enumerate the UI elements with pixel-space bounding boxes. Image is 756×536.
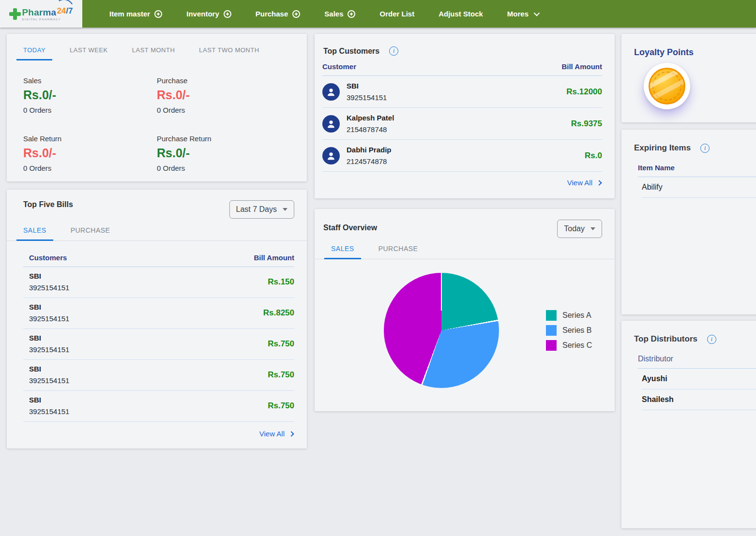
nav-item-adjust-stock[interactable]: Adjust Stock <box>438 10 483 18</box>
chevron-right-icon <box>596 180 602 185</box>
bill-row: SBI3925154151 Rs.8250 <box>23 298 294 329</box>
legend-swatch-series-b <box>546 325 557 336</box>
legend-swatch-series-c <box>546 340 557 351</box>
logo-brand-text: Pharma <box>22 8 56 17</box>
staff-tab-purchase[interactable]: PURCHASE <box>372 245 425 259</box>
logo-tagline: DIGITAL PHARMACY <box>22 18 73 21</box>
distributor-row: Ayushi <box>642 369 756 389</box>
plus-circle-icon <box>224 10 231 18</box>
metric-purchase: Purchase Rs.0/- 0 Orders <box>157 76 290 114</box>
plus-circle-icon <box>154 10 162 18</box>
bills-range-dropdown[interactable]: Last 7 Days <box>229 200 294 219</box>
nav-item-purchase[interactable]: Purchase <box>256 10 301 18</box>
staff-tab-sales[interactable]: SALES <box>324 245 361 259</box>
staff-range-dropdown[interactable]: Today <box>557 220 602 238</box>
top-customers-card: Top Customers i Customer Bill Amount SBI… <box>315 34 615 198</box>
bill-row: SBI3925154151 Rs.750 <box>23 391 294 422</box>
metric-sale-return-value: Rs.0/- <box>23 146 157 160</box>
chevron-right-icon <box>288 431 294 436</box>
legend-swatch-series-a <box>546 310 557 321</box>
bills-tab-sales[interactable]: SALES <box>16 226 53 240</box>
legend-item-series-a: Series A <box>546 310 592 321</box>
top-distributors-title: Top Distributors <box>634 334 697 344</box>
summary-period-tabs: TODAY LAST WEEK LAST MONTH LAST TWO MONT… <box>7 34 307 60</box>
brand-logo[interactable]: Pharma 24/7 DIGITAL PHARMACY <box>0 0 82 28</box>
expiring-items-title: Expiring Items <box>634 143 691 153</box>
staff-pie-chart <box>384 273 499 388</box>
metric-purchase-value: Rs.0/- <box>157 88 290 102</box>
bills-view-all-link[interactable]: View All <box>259 430 293 438</box>
metric-sales: Sales Rs.0/- 0 Orders <box>23 76 157 114</box>
distributors-column-header: Distributor <box>638 355 756 369</box>
distributor-row: Shailesh <box>642 389 756 410</box>
customer-row: Dabhi Pradip2124574878 Rs.0 <box>322 140 602 172</box>
top-customers-title: Top Customers <box>323 47 379 56</box>
pie-legend: Series A Series B Series C <box>546 310 592 351</box>
bills-table-header: Customers Bill Amount <box>23 241 294 267</box>
bill-row: SBI3925154151 Rs.150 <box>23 267 294 298</box>
metric-sale-return: Sale Return Rs.0/- 0 Orders <box>23 134 157 172</box>
metric-purchase-return: Purchase Return Rs.0/- 0 Orders <box>157 134 290 172</box>
metric-purchase-return-value: Rs.0/- <box>157 146 290 160</box>
customer-row: Kalpesh Patel2154878748 Rs.9375 <box>322 108 602 140</box>
caret-down-icon <box>590 227 595 230</box>
nav-item-item-master[interactable]: Item master <box>109 10 162 18</box>
legend-item-series-b: Series B <box>546 325 592 336</box>
nav-item-sales[interactable]: Sales <box>324 10 355 18</box>
top-five-bills-card: Top Five Bills Last 7 Days SALES PURCHAS… <box>7 190 307 448</box>
info-icon[interactable]: i <box>700 144 710 153</box>
info-icon[interactable]: i <box>707 335 716 344</box>
top-five-bills-title: Top Five Bills <box>23 200 73 209</box>
tab-last-month[interactable]: LAST MONTH <box>125 46 182 60</box>
logo-7-text: /7 <box>66 6 73 15</box>
metric-sales-value: Rs.0/- <box>23 88 157 102</box>
expiring-items-card: Expiring Items i Item Name Abilify <box>621 130 756 314</box>
user-avatar-icon <box>322 147 340 164</box>
legend-item-series-c: Series C <box>546 340 592 351</box>
pharmacy-cross-icon <box>9 8 21 20</box>
caret-down-icon <box>283 208 287 211</box>
tab-today[interactable]: TODAY <box>16 46 52 60</box>
nav-item-inventory[interactable]: Inventory <box>186 10 231 18</box>
top-navbar: Pharma 24/7 DIGITAL PHARMACY Item master… <box>0 0 756 28</box>
loyalty-points-card: Loyalty Points <box>621 34 756 122</box>
tab-last-two-month[interactable]: LAST TWO MONTH <box>192 46 266 60</box>
staff-overview-card: Staff Overview Today SALES PURCHASE Seri… <box>315 209 615 411</box>
plus-circle-icon <box>348 10 355 18</box>
expiring-item-row: Abilify <box>642 177 756 198</box>
staff-tabs: SALES PURCHASE <box>315 238 615 259</box>
loyalty-coin-icon[interactable] <box>644 63 690 109</box>
nav-menu: Item master Inventory Purchase Sales Ord… <box>82 0 538 28</box>
bills-tabs: SALES PURCHASE <box>7 219 307 241</box>
customer-row: SBI3925154151 Rs.12000 <box>322 76 602 108</box>
customers-view-all-link[interactable]: View All <box>567 179 601 187</box>
nav-item-mores[interactable]: Mores <box>507 10 538 18</box>
user-avatar-icon <box>322 115 340 133</box>
chevron-down-icon <box>534 10 540 16</box>
user-avatar-icon <box>322 83 340 101</box>
sales-summary-card: TODAY LAST WEEK LAST MONTH LAST TWO MONT… <box>7 34 307 181</box>
top-distributors-card: Top Distributors i Distributor Ayushi Sh… <box>621 321 756 528</box>
info-icon[interactable]: i <box>389 46 398 56</box>
loyalty-points-title: Loyalty Points <box>621 34 756 58</box>
bill-row: SBI3925154151 Rs.750 <box>23 360 294 391</box>
plus-circle-icon <box>292 10 300 18</box>
nav-item-order-list[interactable]: Order List <box>379 10 414 18</box>
bills-tab-purchase[interactable]: PURCHASE <box>64 226 117 240</box>
tab-last-week[interactable]: LAST WEEK <box>63 46 115 60</box>
dashboard-screen: Pharma 24/7 DIGITAL PHARMACY Item master… <box>0 0 756 536</box>
staff-chart-area: Series A Series B Series C <box>315 259 615 404</box>
bill-row: SBI3925154151 Rs.750 <box>23 329 294 360</box>
customers-table-header: Customer Bill Amount <box>322 56 602 76</box>
expiring-items-column-header: Item Name <box>638 164 756 177</box>
staff-overview-title: Staff Overview <box>323 220 377 232</box>
logo-24-text: 24 <box>57 6 66 15</box>
